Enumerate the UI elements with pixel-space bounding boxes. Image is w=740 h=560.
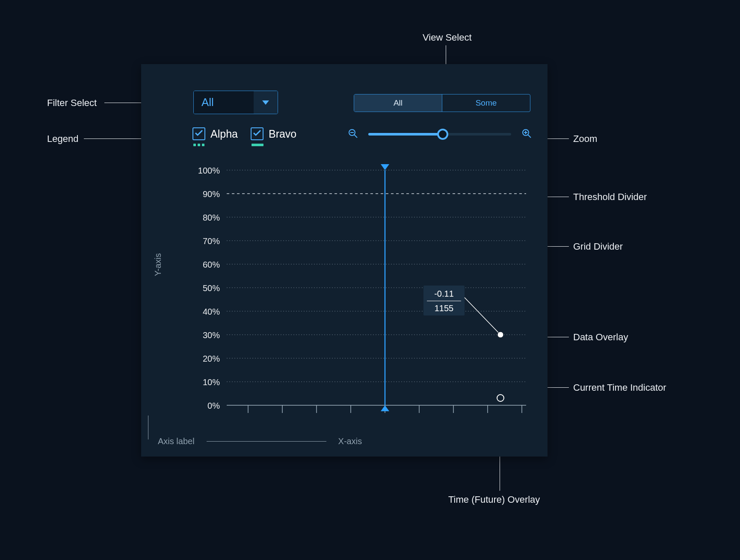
svg-text:60%: 60% bbox=[203, 260, 220, 269]
legend-label-alpha: Alpha bbox=[210, 128, 238, 140]
axis-caption-row: Axis label X-axis bbox=[141, 436, 548, 446]
svg-text:100%: 100% bbox=[198, 166, 220, 175]
legend-swatch-alpha bbox=[193, 144, 238, 146]
svg-text:50%: 50% bbox=[203, 283, 220, 293]
svg-text:0900: 0900 bbox=[330, 416, 350, 418]
annotation-zoom: Zoom bbox=[573, 133, 597, 144]
data-overlay: -0.11 1155 bbox=[423, 286, 503, 338]
future-time-overlay bbox=[497, 395, 504, 401]
svg-marker-44 bbox=[381, 405, 389, 411]
annotation-current-time: Current Time Indicator bbox=[573, 382, 666, 393]
svg-text:0%: 0% bbox=[207, 401, 220, 410]
current-time-indicator bbox=[381, 164, 389, 411]
annotation-legend: Legend bbox=[47, 133, 78, 144]
zoom-slider-thumb[interactable] bbox=[437, 129, 448, 140]
x-axis-label: X-axis bbox=[338, 436, 362, 446]
svg-marker-42 bbox=[381, 164, 389, 170]
svg-line-5 bbox=[528, 135, 531, 138]
zoom-out-icon[interactable] bbox=[348, 128, 358, 140]
annotation-view-select: View Select bbox=[423, 32, 472, 43]
svg-marker-0 bbox=[262, 100, 269, 105]
svg-line-49 bbox=[465, 298, 500, 335]
y-axis-ticks: 100% 90% 80% 70% 60% 50% 40% 30% 20% 10%… bbox=[198, 166, 220, 410]
svg-text:1155: 1155 bbox=[435, 304, 454, 313]
filter-select[interactable]: All bbox=[193, 91, 278, 114]
view-select[interactable]: All Some bbox=[354, 94, 530, 112]
view-select-option-some[interactable]: Some bbox=[442, 94, 530, 112]
chart-panel: All All Some Alpha bbox=[141, 64, 548, 457]
svg-text:70%: 70% bbox=[203, 236, 220, 246]
annotation-data-overlay: Data Overlay bbox=[573, 332, 628, 343]
axis-label-caption: Axis label bbox=[158, 436, 195, 446]
filter-select-caret[interactable] bbox=[254, 91, 278, 114]
svg-text:1200: 1200 bbox=[482, 416, 502, 418]
legend-item-bravo: Bravo bbox=[251, 127, 296, 146]
svg-point-50 bbox=[497, 332, 503, 338]
check-icon bbox=[195, 130, 203, 138]
svg-text:10%: 10% bbox=[203, 377, 220, 387]
legend-label-bravo: Bravo bbox=[269, 128, 296, 140]
annotation-threshold: Threshold Divider bbox=[573, 192, 647, 203]
x-axis-labels: 0800 0900 1100 1200 bbox=[255, 416, 502, 418]
legend-item-alpha: Alpha bbox=[192, 127, 238, 146]
chevron-down-icon bbox=[262, 99, 269, 106]
grid-lines bbox=[227, 170, 526, 382]
svg-text:-0.11: -0.11 bbox=[434, 289, 454, 298]
svg-text:1100: 1100 bbox=[409, 416, 429, 418]
svg-text:20%: 20% bbox=[203, 354, 220, 363]
legend-checkbox-bravo[interactable] bbox=[251, 127, 263, 140]
zoom-control[interactable] bbox=[348, 128, 532, 140]
zoom-in-icon[interactable] bbox=[521, 128, 532, 140]
view-select-option-all[interactable]: All bbox=[354, 94, 442, 112]
svg-text:0800: 0800 bbox=[255, 416, 275, 418]
svg-text:90%: 90% bbox=[203, 189, 220, 199]
legend-checkbox-alpha[interactable] bbox=[192, 127, 205, 140]
legend: Alpha Bravo bbox=[192, 127, 296, 146]
svg-text:80%: 80% bbox=[203, 213, 220, 222]
annotation-grid-divider: Grid Divider bbox=[573, 241, 623, 252]
chart-area: 100% 90% 80% 70% 60% 50% 40% 30% 20% 10%… bbox=[175, 162, 532, 418]
annotation-filter-select: Filter Select bbox=[47, 97, 97, 109]
svg-line-2 bbox=[354, 135, 357, 138]
zoom-slider[interactable] bbox=[368, 133, 511, 136]
y-axis-label: Y-axis bbox=[153, 253, 163, 276]
legend-swatch-bravo bbox=[252, 144, 263, 146]
svg-point-51 bbox=[497, 395, 504, 401]
svg-text:30%: 30% bbox=[203, 330, 220, 340]
annotation-future-overlay: Time (Future) Overlay bbox=[448, 494, 540, 505]
check-icon bbox=[253, 130, 261, 138]
svg-text:40%: 40% bbox=[203, 307, 220, 316]
filter-select-value: All bbox=[194, 91, 254, 114]
